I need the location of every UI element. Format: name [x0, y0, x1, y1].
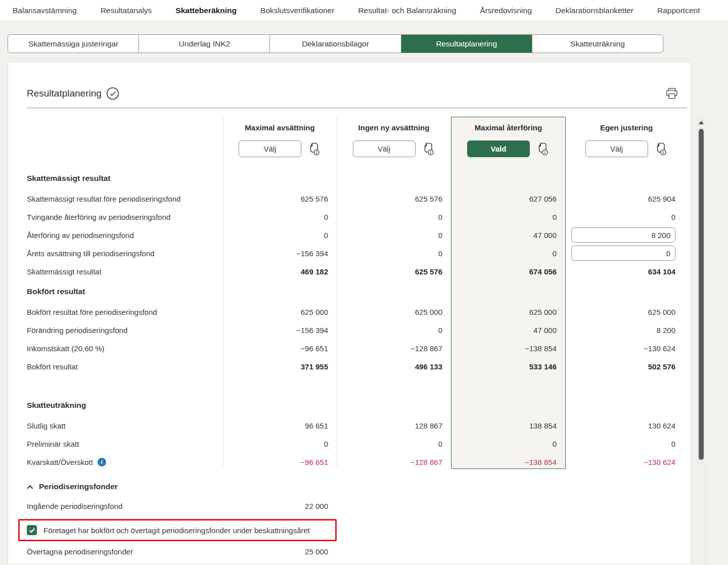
row-label-text: Återföring av periodiseringsfond [27, 231, 134, 240]
value-cell: 0 [337, 213, 451, 221]
row-label: Skattemässigt resultat före periodiserin… [8, 195, 223, 203]
value-cell: −138 854 [451, 344, 566, 353]
value-cell: −130 624 [566, 458, 687, 466]
value-cell: 0 [566, 440, 687, 448]
select-button-egen-justering[interactable]: Välj [585, 140, 648, 157]
row-label-text: Tvingande återföring av periodiseringsfo… [27, 213, 170, 221]
row-label: Bokfört resultat [8, 362, 223, 371]
nav-item-skatteberakning[interactable]: Skatteberäkning [175, 6, 237, 15]
tab-skattemassiga-justeringar[interactable]: Skattemässiga justeringar [8, 35, 139, 53]
table-row: Inkomstskatt (20,60 %)−96 651−128 867−13… [8, 339, 691, 357]
row-label-text: Slutlig skatt [27, 421, 66, 430]
scenario-header-spacer [8, 117, 223, 167]
scenario-header-row: Maximal avsättningVälj Ingen ny avsättni… [8, 117, 691, 167]
value-cell: 0 [451, 440, 566, 448]
table-row: Slutlig skatt96 651128 867138 854130 624 [8, 416, 691, 435]
scrollbar-thumb[interactable] [699, 129, 704, 460]
row-label: Övertagna periodiseringsfonder [8, 547, 223, 556]
select-button-ingen-ny-avsattning[interactable]: Välj [353, 140, 416, 157]
value-cell: 674 056 [451, 267, 566, 276]
row-label: Tvingande återföring av periodiseringsfo… [8, 213, 223, 221]
vertical-scrollbar[interactable] [697, 116, 706, 565]
value-cell: −130 624 [566, 344, 687, 353]
row-label: Kvarskatt/Överskotti [8, 458, 223, 466]
page-title: Resultatplanering [27, 88, 102, 99]
value-cell: 469 182 [223, 267, 337, 276]
row-label-text: Preliminär skatt [27, 440, 79, 448]
value-cell: 0 [337, 326, 451, 335]
value-cell: 0 [223, 231, 337, 240]
nav-item-resultatanalys[interactable]: Resultatanalys [101, 6, 152, 15]
section-title: Periodiseringsfonder [39, 482, 118, 491]
value-cell: 0 [337, 440, 451, 448]
table-row: Kvarskatt/Överskotti−96 651−128 867−138 … [8, 453, 691, 471]
value-cell: −128 867 [337, 344, 451, 353]
document-info-icon[interactable] [654, 142, 668, 156]
info-icon[interactable]: i [98, 458, 106, 466]
scenario-name: Ingen ny avsättning [358, 123, 430, 132]
table-row: Tvingande återföring av periodiseringsfo… [8, 208, 691, 226]
scenario-table: Maximal avsättningVälj Ingen ny avsättni… [8, 117, 691, 470]
row-label-text: Inkomstskatt (20,60 %) [27, 344, 104, 353]
value-cell: 0 [566, 213, 687, 221]
adjustment-input[interactable] [571, 246, 675, 261]
section-title: Bokfört resultat [8, 287, 223, 296]
tab-resultatplanering[interactable]: Resultatplanering [401, 35, 532, 53]
document-info-icon[interactable] [536, 142, 550, 156]
row-label: Inkomstskatt (20,60 %) [8, 344, 223, 353]
row-label: Återföring av periodiseringsfond [8, 231, 223, 240]
nav-item-bokslutsverifikationer[interactable]: Bokslutsverifikationer [260, 6, 334, 15]
document-info-icon[interactable] [307, 142, 321, 156]
nav-item-resultat-och-balansrakning[interactable]: Resultat- och Balansräkning [358, 6, 456, 15]
nav-item-rapportcent[interactable]: Rapportcent [657, 6, 700, 15]
value-cell: −156 394 [223, 249, 337, 258]
value-cell: −96 651 [223, 344, 337, 353]
row-label: Skattemässigt resultat [8, 267, 223, 276]
document-info-icon[interactable] [422, 142, 435, 156]
select-button-maximal-avsattning[interactable]: Välj [239, 140, 301, 157]
checkbox-checked[interactable] [27, 525, 37, 535]
row-label-text: Bokfört resultat före periodiseringsfond [27, 308, 157, 316]
row-label: Preliminär skatt [8, 440, 223, 448]
nav-item-deklarationsblanketter[interactable]: Deklarationsblanketter [556, 6, 633, 15]
row-label: Slutlig skatt [8, 421, 223, 430]
table-row: Skattemässigt resultat före periodiserin… [8, 190, 691, 208]
nav-item-arsredovisning[interactable]: Årsredovisning [480, 6, 532, 15]
adjustment-input[interactable] [571, 227, 675, 243]
scenario-column-egen-justering: Egen justeringVälj [566, 117, 687, 167]
table-row: Årets avsättning till periodiseringsfond… [8, 244, 691, 262]
checkbox-label: Företaget har bokfört och övertagit peri… [43, 526, 310, 535]
value-cell: 627 056 [451, 195, 566, 203]
section-header-row: Skattemässigt resultat [8, 167, 691, 190]
scenario-column-maximal-aterforing: Maximal återföringVald [451, 117, 566, 167]
periodiseringsfonder-toggle[interactable]: Periodiseringsfonder [8, 477, 691, 497]
value-cell: 0 [451, 249, 566, 258]
value-cell: 533 146 [451, 362, 566, 371]
value-cell: 0 [223, 440, 337, 448]
value-cell: 496 133 [337, 362, 451, 371]
checkmark-circle-icon [106, 87, 119, 100]
row-label-text: Bokfört resultat [27, 362, 78, 371]
value-cell: 625 000 [566, 308, 687, 316]
section-title: Skattemässigt resultat [8, 174, 223, 183]
row-label: Bokfört resultat före periodiseringsfond [8, 308, 223, 316]
scenario-name: Egen justering [600, 123, 653, 132]
scrollbar-up-arrow[interactable] [699, 121, 704, 124]
nav-item-balansavstamning[interactable]: Balansavstämning [13, 6, 77, 15]
tab-skatteutrakning[interactable]: Skatteuträkning [532, 35, 663, 53]
sub-tabs: Skattemässiga justeringarUnderlag INK2De… [8, 34, 663, 53]
value-cell: 371 955 [223, 362, 337, 371]
row-label: Förändring periodiseringsfond [8, 326, 223, 335]
table-row: Skattemässigt resultat469 182625 576674 … [8, 262, 691, 280]
value-cell: 0 [337, 249, 451, 258]
value-cell: 130 624 [566, 421, 687, 430]
print-button[interactable] [665, 87, 679, 100]
row-label-text: Förändring periodiseringsfond [27, 326, 127, 335]
table-row: Återföring av periodiseringsfond0047 000 [8, 226, 691, 244]
value-cell: 0 [223, 213, 337, 221]
tab-underlag-ink2[interactable]: Underlag INK2 [139, 35, 269, 53]
tab-deklarationsbilagor[interactable]: Deklarationsbilagor [269, 35, 400, 53]
scenario-column-ingen-ny-avsattning: Ingen ny avsättningVälj [337, 117, 451, 167]
chevron-up-icon [27, 485, 33, 489]
selected-button-maximal-aterforing[interactable]: Vald [467, 140, 530, 157]
